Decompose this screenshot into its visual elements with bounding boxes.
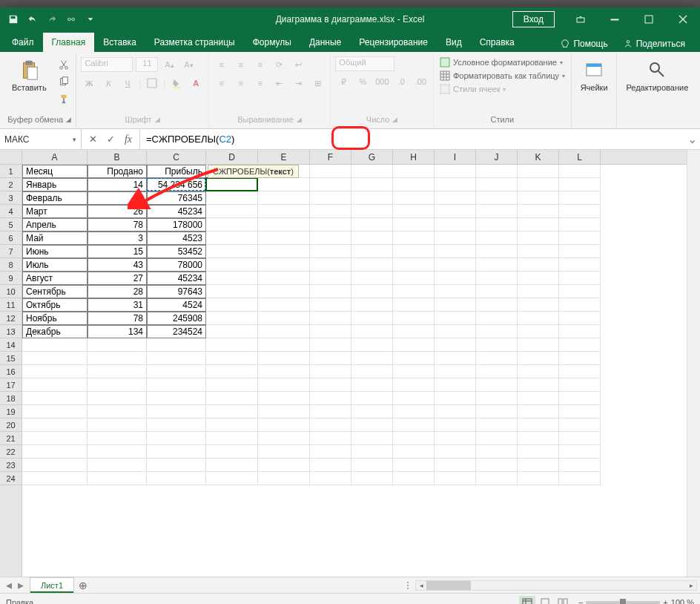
cell[interactable] [310,165,351,178]
cell[interactable]: 178000 [147,218,206,232]
column-header[interactable]: B [88,150,147,164]
conditional-formatting-button[interactable]: Условное форматирование▾ [438,56,567,68]
cell[interactable] [476,245,518,258]
cell[interactable] [435,285,476,298]
row-header[interactable]: 3 [0,191,22,205]
cell[interactable] [393,258,435,272]
cell[interactable] [88,472,147,485]
cell[interactable] [258,205,310,218]
row-header[interactable]: 13 [0,325,22,338]
cell[interactable]: Февраль [22,191,88,205]
cell[interactable] [435,272,476,285]
column-header[interactable]: I [435,150,476,164]
cell[interactable] [206,365,258,378]
cell[interactable] [351,378,393,392]
function-tooltip[interactable]: СЖПРОБЕЛЫ(текст) [208,165,299,178]
qat-dropdown-icon[interactable] [82,10,99,28]
cell[interactable] [518,218,559,232]
cell[interactable] [351,352,393,365]
cell[interactable] [476,418,518,432]
cell[interactable]: 17 [88,191,147,205]
cell[interactable] [351,392,393,405]
bold-button[interactable]: Ж [81,75,97,91]
maximize-button[interactable] [632,7,666,31]
cell[interactable]: Месяц [22,165,88,178]
cell[interactable] [22,432,88,445]
cell[interactable]: 78000 [147,258,206,272]
currency-icon[interactable]: ₽ [335,73,351,90]
cell[interactable] [393,365,435,378]
align-center-icon[interactable]: ≡ [233,75,249,91]
sheet-nav-next[interactable]: ▸ [18,578,24,592]
cell[interactable] [22,392,88,405]
cell[interactable]: 4524 [147,298,206,312]
cell[interactable] [258,405,310,418]
cell[interactable]: 45234 [147,205,206,218]
cell[interactable] [310,352,351,365]
cell[interactable] [351,298,393,312]
cell[interactable] [310,338,351,352]
column-headers[interactable]: ABCDEFGHIJKL [22,150,687,165]
cell[interactable] [258,418,310,432]
cell[interactable] [476,218,518,232]
normal-view-button[interactable] [519,596,535,604]
row-header[interactable]: 17 [0,378,22,392]
cell[interactable] [351,405,393,418]
cell[interactable] [258,352,310,365]
cell[interactable] [393,325,435,338]
cell[interactable]: Сентябрь [22,285,88,298]
cell[interactable]: Май [22,232,88,245]
align-right-icon[interactable]: ≡ [252,75,268,91]
cell[interactable] [206,459,258,472]
cell[interactable] [476,459,518,472]
cell[interactable] [435,298,476,312]
cell[interactable] [22,418,88,432]
cell[interactable] [435,178,476,191]
align-bottom-icon[interactable]: ≡ [252,56,268,73]
cell[interactable] [559,205,601,218]
cell[interactable] [393,459,435,472]
cell[interactable] [351,165,393,178]
login-button[interactable]: Вход [512,11,555,27]
merge-icon[interactable]: ⊞ [310,75,326,91]
cell[interactable] [559,298,601,312]
cell[interactable] [435,459,476,472]
column-header[interactable]: E [258,150,310,164]
cell[interactable] [435,245,476,258]
column-header[interactable]: A [22,150,88,164]
cell[interactable] [206,392,258,405]
select-all-triangle[interactable] [0,150,22,165]
cell[interactable] [559,245,601,258]
cell[interactable]: 28 [88,285,147,298]
cell[interactable] [518,298,559,312]
row-header[interactable]: 4 [0,205,22,218]
cell[interactable] [88,378,147,392]
cell[interactable] [310,459,351,472]
cell-styles-button[interactable]: Стили ячеек▾ [438,83,567,95]
cell[interactable] [206,352,258,365]
cell[interactable] [258,232,310,245]
cell[interactable] [147,405,206,418]
orientation-icon[interactable]: ⟳ [271,56,288,73]
row-header[interactable]: 12 [0,312,22,325]
tab-help[interactable]: Справка [471,33,524,52]
cell[interactable] [351,191,393,205]
cell[interactable] [310,418,351,432]
cell[interactable] [351,232,393,245]
cell[interactable] [206,272,258,285]
column-header[interactable]: G [351,150,393,164]
cell[interactable] [258,218,310,232]
cell[interactable] [258,312,310,325]
row-header[interactable]: 5 [0,218,22,232]
tab-formulas[interactable]: Формулы [244,33,300,52]
cell[interactable] [559,218,601,232]
cell[interactable] [88,405,147,418]
cell[interactable]: Декабрь [22,325,88,338]
cell[interactable] [22,352,88,365]
cell[interactable] [147,392,206,405]
cell[interactable] [258,285,310,298]
cell[interactable] [435,312,476,325]
zoom-in-button[interactable]: + [663,598,667,604]
number-format-combo[interactable]: Общий [335,56,394,71]
cell[interactable] [393,232,435,245]
